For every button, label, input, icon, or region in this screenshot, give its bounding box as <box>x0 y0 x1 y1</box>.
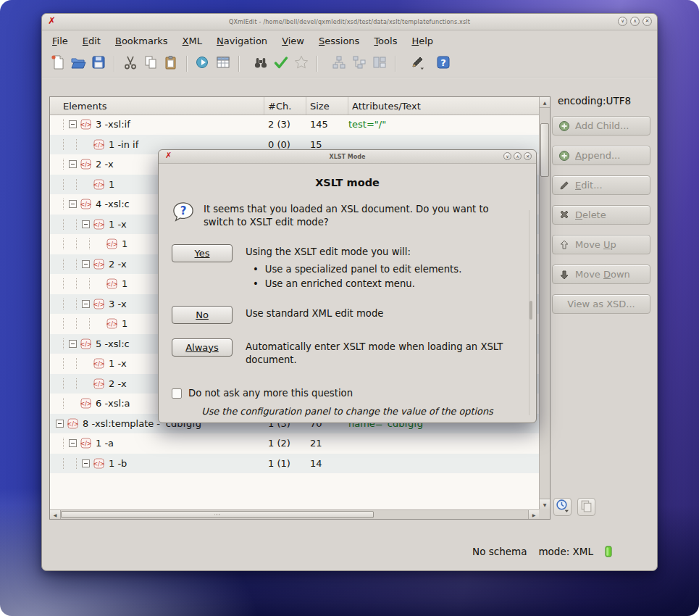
compact-view-button[interactable] <box>329 54 349 74</box>
dont-ask-row: Do not ask any more this question <box>172 388 523 399</box>
copy-button[interactable] <box>141 54 161 74</box>
column-header-size[interactable]: Size <box>306 97 348 115</box>
paste-button[interactable] <box>161 54 181 74</box>
scroll-down-arrow-icon[interactable]: ▼ <box>540 499 550 509</box>
validate-button[interactable] <box>271 54 291 74</box>
dialog-title: XLST Mode <box>159 154 536 160</box>
toolbar-separator <box>317 56 318 72</box>
session-button[interactable] <box>193 54 213 74</box>
xml-element-icon: </> <box>93 259 104 270</box>
xml-element-icon: </> <box>93 458 104 469</box>
expander-icon[interactable] <box>69 439 77 447</box>
split-view-button[interactable] <box>369 54 390 74</box>
vertical-scroll-thumb[interactable] <box>540 123 549 177</box>
validate-check-icon <box>273 54 289 73</box>
toolbar-separator <box>395 56 396 72</box>
menu-item-tools[interactable]: Tools <box>367 32 404 50</box>
expander-icon[interactable] <box>82 260 90 268</box>
svg-text:</>: </> <box>80 162 91 168</box>
save-file-button[interactable] <box>88 54 109 74</box>
dont-ask-label: Do not ask any more this question <box>188 388 353 399</box>
close-window-icon[interactable]: ✗ <box>48 16 56 25</box>
shade-button[interactable]: ∨ <box>618 17 627 26</box>
dialog-close-button[interactable]: ✕ <box>524 152 532 160</box>
svg-text:</>: </> <box>106 241 117 248</box>
close-button[interactable]: ✕ <box>643 17 652 26</box>
bookmark-button[interactable] <box>291 54 311 74</box>
dialog-scrollbar[interactable] <box>529 210 533 415</box>
open-file-button[interactable] <box>68 54 88 74</box>
toolbar-separator <box>186 56 188 72</box>
tree-indent-guide <box>56 338 69 349</box>
view-as-xsd-button[interactable]: View as XSD... <box>552 294 650 314</box>
element-label: 1 -x <box>109 358 127 369</box>
xslt-panel-button[interactable] <box>553 498 572 516</box>
tree-vertical-scrollbar[interactable]: ▲ ▼ <box>539 97 550 509</box>
tree-row[interactable]: </>1 -a1 (2)21 <box>50 433 539 454</box>
scroll-up-arrow-icon[interactable]: ▲ <box>540 97 550 108</box>
column-header-attributes[interactable]: Attributes/Text <box>348 97 539 115</box>
dialog-maximize-button[interactable]: ∧ <box>514 152 522 160</box>
xml-element-icon: </> <box>93 179 104 190</box>
column-header-children[interactable]: #Ch. <box>264 97 306 115</box>
star-icon <box>293 54 309 73</box>
scroll-left-arrow-icon[interactable]: ◀ <box>50 510 61 519</box>
find-button[interactable] <box>251 54 271 74</box>
expander-icon[interactable] <box>82 459 90 467</box>
cut-button[interactable] <box>120 54 141 74</box>
table-view-icon <box>215 54 231 73</box>
menu-item-navigation[interactable]: Navigation <box>209 32 275 50</box>
dialog-heading: XSLT mode <box>172 177 523 188</box>
tree-indent-guide <box>56 238 69 249</box>
expander-icon[interactable] <box>82 220 90 228</box>
menu-item-sessions[interactable]: Sessions <box>311 32 367 50</box>
expander-icon[interactable] <box>56 420 64 428</box>
move-down-button[interactable]: Move Down <box>552 265 650 284</box>
menu-item-file[interactable]: File <box>45 32 75 50</box>
side-button-label: Add Child... <box>575 120 629 131</box>
menu-item-edit[interactable]: Edit <box>75 32 108 50</box>
element-label: 3 -xsl:if <box>96 119 130 130</box>
xml-element-icon: </> <box>93 378 104 389</box>
tree-row[interactable]: </>1 -b1 (1)14 <box>50 454 539 474</box>
dialog-close-icon[interactable]: ✗ <box>165 151 172 159</box>
tree-indent-guide <box>69 458 82 469</box>
expander-icon[interactable] <box>69 120 77 128</box>
delete-button[interactable]: Delete <box>552 205 650 225</box>
table-view-button[interactable] <box>213 54 233 74</box>
edit-mode-button[interactable] <box>407 54 427 74</box>
scroll-right-arrow-icon[interactable]: ▶ <box>528 510 539 519</box>
element-label: 4 -xsl:c <box>96 199 130 209</box>
move-up-button[interactable]: Move Up <box>552 235 650 254</box>
column-header-elements[interactable]: Elements <box>50 97 264 115</box>
tree-view-button[interactable] <box>349 54 369 74</box>
yes-button[interactable]: Yes <box>172 244 233 262</box>
append-button[interactable]: Append... <box>552 146 650 165</box>
menu-item-help[interactable]: Help <box>404 32 440 50</box>
new-file-button[interactable] <box>48 54 68 74</box>
menu-item-xml[interactable]: XML <box>175 32 209 50</box>
horizontal-scroll-thumb[interactable] <box>61 511 374 518</box>
expander-icon[interactable] <box>69 340 77 348</box>
xml-element-icon: </> <box>80 438 91 449</box>
edit-button[interactable]: Edit... <box>552 175 650 195</box>
add-child-button[interactable]: Add Child... <box>552 116 650 136</box>
expander-icon[interactable] <box>69 160 77 168</box>
dialog-shade-button[interactable]: ∨ <box>503 152 511 160</box>
tree-row[interactable]: </>3 -xsl:if2 (3)145test="/" <box>50 115 539 135</box>
tree-indent-guide <box>56 318 69 329</box>
menu-item-view[interactable]: View <box>275 32 311 50</box>
dialog-titlebar[interactable]: ✗ XLST Mode ∨ ∧ ✕ <box>159 150 536 164</box>
menu-item-bookmarks[interactable]: Bookmarks <box>108 32 175 50</box>
element-label: 1 <box>109 179 114 190</box>
always-button[interactable]: Always <box>172 338 233 357</box>
help-button[interactable]: ? <box>433 54 453 74</box>
expander-icon[interactable] <box>69 200 77 208</box>
titlebar[interactable]: ✗ QXmlEdit - /home/lbell/devel/qxmledit/… <box>42 14 657 30</box>
copy-panel-button[interactable] <box>577 498 595 516</box>
dont-ask-checkbox[interactable] <box>172 388 182 399</box>
maximize-button[interactable]: ∧ <box>630 17 640 26</box>
no-button[interactable]: No <box>172 306 233 324</box>
tree-horizontal-scrollbar[interactable]: ◀ ▶ <box>50 509 539 519</box>
expander-icon[interactable] <box>82 300 90 308</box>
